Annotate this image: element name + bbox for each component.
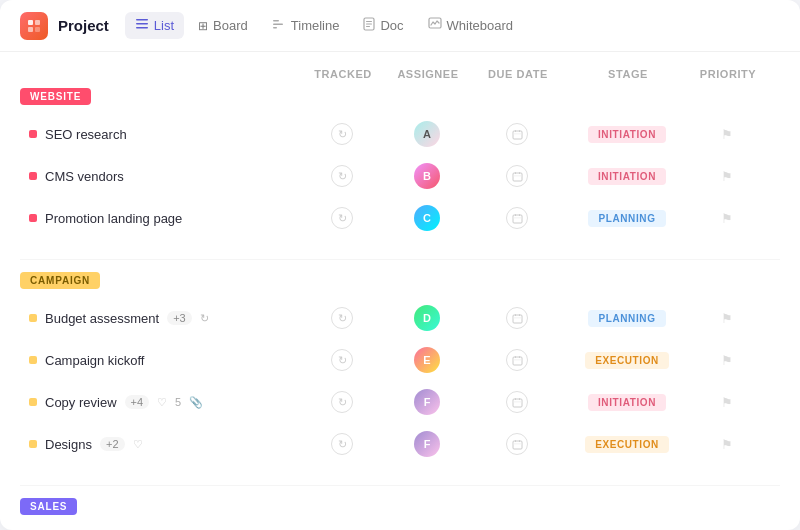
tab-list[interactable]: List	[125, 12, 184, 39]
tab-doc[interactable]: Doc	[353, 12, 413, 39]
stage-badge: EXECUTION	[585, 352, 669, 369]
table-header: TRACKED ASSIGNEE DUE DATE STAGE PRIORITY	[20, 68, 780, 88]
col-duedate: DUE DATE	[468, 68, 568, 80]
duedate-col	[467, 349, 567, 371]
duedate-col	[467, 207, 567, 229]
task-row[interactable]: CMS vendors ↻ B	[20, 155, 780, 197]
assignee-col: E	[387, 347, 467, 373]
task-dot	[29, 172, 37, 180]
task-row[interactable]: Copy review +4 ♡ 5 📎 ↻ F	[20, 381, 780, 423]
assignee-col: D	[387, 305, 467, 331]
svg-rect-34	[513, 359, 522, 360]
tracked-col: ↻	[297, 391, 387, 413]
priority-col: ⚑	[687, 395, 767, 410]
col-assignee: ASSIGNEE	[388, 68, 468, 80]
svg-rect-9	[273, 27, 277, 29]
assignee-col: A	[387, 121, 467, 147]
task-row[interactable]: Marketing request form ↻ F	[20, 523, 780, 530]
tab-timeline[interactable]: Timeline	[262, 12, 350, 39]
svg-rect-32	[515, 356, 516, 358]
project-title: Project	[58, 17, 109, 34]
task-meta-attach-icon: 📎	[189, 396, 203, 409]
duedate-col	[467, 391, 567, 413]
col-tracked: TRACKED	[298, 68, 388, 80]
task-meta-icon: ↻	[200, 312, 209, 325]
calendar-icon	[506, 123, 528, 145]
task-name: Designs +2 ♡	[29, 437, 297, 452]
col-name	[52, 68, 298, 80]
avatar: F	[414, 389, 440, 415]
task-name: Campaign kickoff	[29, 353, 297, 368]
tracked-icon: ↻	[331, 207, 353, 229]
stage-badge: EXECUTION	[585, 436, 669, 453]
task-meta-heart: ♡	[133, 438, 143, 451]
svg-rect-20	[515, 172, 516, 174]
header: Project List ⊞ Board	[0, 0, 800, 52]
task-row[interactable]: SEO research ↻ A	[20, 113, 780, 155]
divider	[20, 259, 780, 260]
task-name: CMS vendors	[29, 169, 297, 184]
svg-rect-21	[519, 172, 520, 174]
svg-rect-41	[519, 440, 520, 442]
task-dot	[29, 314, 37, 322]
flag-icon: ⚑	[721, 127, 733, 142]
tab-whiteboard-label: Whiteboard	[447, 18, 513, 33]
project-icon	[20, 12, 48, 40]
flag-icon: ⚑	[721, 395, 733, 410]
flag-icon: ⚑	[721, 169, 733, 184]
avatar: A	[414, 121, 440, 147]
tab-list-label: List	[154, 18, 174, 33]
tracked-col: ↻	[297, 207, 387, 229]
priority-col: ⚑	[687, 127, 767, 142]
tracked-col: ↻	[297, 165, 387, 187]
app-container: Project List ⊞ Board	[0, 0, 800, 530]
tab-board[interactable]: ⊞ Board	[188, 13, 258, 38]
tab-timeline-label: Timeline	[291, 18, 340, 33]
stage-badge: PLANNING	[588, 210, 665, 227]
task-row[interactable]: Promotion landing page ↻ C	[20, 197, 780, 239]
svg-rect-1	[35, 20, 40, 25]
calendar-icon	[506, 165, 528, 187]
nav-tabs: List ⊞ Board Timeline	[125, 12, 523, 39]
priority-col: ⚑	[687, 211, 767, 226]
task-row[interactable]: Budget assessment +3 ↻ ↻ D	[20, 297, 780, 339]
avatar: E	[414, 347, 440, 373]
priority-col: ⚑	[687, 437, 767, 452]
tracked-icon: ↻	[331, 433, 353, 455]
task-dot	[29, 356, 37, 364]
tab-whiteboard[interactable]: Whiteboard	[418, 12, 523, 39]
task-name: Copy review +4 ♡ 5 📎	[29, 395, 297, 410]
task-dot	[29, 214, 37, 222]
tab-board-label: Board	[213, 18, 248, 33]
priority-col: ⚑	[687, 311, 767, 326]
priority-col: ⚑	[687, 353, 767, 368]
task-dot	[29, 440, 37, 448]
task-row[interactable]: Campaign kickoff ↻ E	[20, 339, 780, 381]
assignee-col: B	[387, 163, 467, 189]
svg-rect-11	[366, 21, 372, 22]
task-row[interactable]: Designs +2 ♡ ↻ F	[20, 423, 780, 465]
tracked-icon: ↻	[331, 165, 353, 187]
tracked-icon: ↻	[331, 349, 353, 371]
assignee-col: F	[387, 389, 467, 415]
priority-col: ⚑	[687, 169, 767, 184]
avatar: D	[414, 305, 440, 331]
timeline-icon	[272, 17, 286, 34]
svg-rect-22	[513, 175, 522, 176]
stage-col: INITIATION	[567, 168, 687, 185]
svg-rect-27	[513, 315, 522, 323]
stage-badge: INITIATION	[588, 168, 666, 185]
tracked-col: ↻	[297, 123, 387, 145]
assignee-col: F	[387, 431, 467, 457]
calendar-icon	[506, 307, 528, 329]
section-sales: SALES Marketing request form ↻ F	[20, 498, 780, 530]
avatar: F	[414, 431, 440, 457]
svg-rect-2	[28, 27, 33, 32]
section-label-sales: SALES	[20, 498, 77, 515]
content: TRACKED ASSIGNEE DUE DATE STAGE PRIORITY…	[0, 52, 800, 530]
section-label-website: WEBSITE	[20, 88, 91, 105]
tracked-col: ↻	[297, 433, 387, 455]
svg-rect-36	[515, 398, 516, 400]
svg-rect-3	[35, 27, 40, 32]
svg-rect-19	[513, 173, 522, 181]
